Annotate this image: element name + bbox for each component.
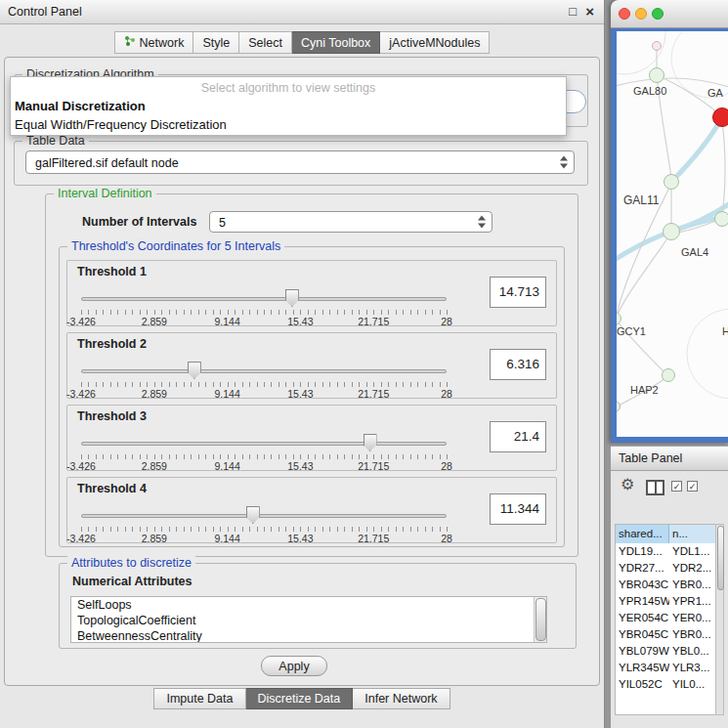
- close-traffic-light-icon[interactable]: [619, 8, 630, 20]
- cell[interactable]: YIL0...: [669, 676, 715, 693]
- control-panel: Control Panel □ × Network Style Select C…: [0, 0, 605, 728]
- slider-track[interactable]: [81, 442, 447, 446]
- tab-cyni-toolbox[interactable]: Cyni Toolbox: [292, 31, 380, 54]
- network-node-hap2[interactable]: [662, 368, 675, 382]
- cell[interactable]: YBR0...: [669, 626, 715, 643]
- slider-handle[interactable]: [246, 506, 260, 524]
- scale-tick-label: 15.43: [287, 316, 313, 327]
- network-node[interactable]: [652, 41, 662, 51]
- combobox-value: 5: [219, 212, 226, 234]
- combo-stepper-icon[interactable]: [560, 156, 569, 169]
- network-node-gal11[interactable]: [664, 174, 679, 190]
- slider-track[interactable]: [81, 297, 447, 301]
- cell[interactable]: YDL1...: [669, 543, 715, 560]
- cell[interactable]: YBR045C: [616, 626, 669, 643]
- threshold-4-value-field[interactable]: 11.344: [490, 493, 546, 525]
- cell[interactable]: YBL079W: [616, 643, 669, 660]
- table-row[interactable]: YBR045CYBR0...: [616, 626, 715, 643]
- slider-handle[interactable]: [285, 289, 299, 307]
- slider-ticks: [81, 382, 448, 387]
- table-row[interactable]: YIL052CYIL0...: [616, 676, 715, 693]
- threshold-label: Threshold 2: [77, 337, 147, 351]
- close-icon[interactable]: ×: [585, 0, 594, 23]
- table-row[interactable]: YLR345WYLR3...: [616, 660, 715, 676]
- threshold-2-value-field[interactable]: 6.316: [490, 349, 546, 380]
- threshold-1-slider[interactable]: -3.426 2.859 9.144 15.43 21.715 28: [81, 288, 447, 323]
- scrollbar-thumb[interactable]: [535, 598, 546, 641]
- cell[interactable]: YDR2...: [669, 560, 715, 577]
- tab-jactivemnodules[interactable]: jActiveMNodules: [380, 31, 490, 54]
- slider-track[interactable]: [81, 369, 447, 373]
- slider-handle[interactable]: [188, 362, 201, 379]
- network-node-gal80[interactable]: [649, 67, 664, 83]
- threshold-3-value-field[interactable]: 21.4: [490, 421, 546, 452]
- cell[interactable]: YER054C: [616, 610, 669, 626]
- network-canvas[interactable]: GAL80 GA GAL11 GAL4 GCY1 H HAP2: [617, 31, 728, 437]
- network-node-selected[interactable]: [712, 107, 728, 127]
- num-intervals-combobox[interactable]: 5: [209, 211, 492, 233]
- dropdown-option-manual-discretization[interactable]: Manual Discretization: [11, 97, 566, 115]
- combo-stepper-icon[interactable]: [478, 216, 487, 229]
- apply-button[interactable]: Apply: [261, 656, 327, 676]
- tab-network[interactable]: Network: [114, 31, 194, 54]
- list-item[interactable]: TopologicalCoefficient: [71, 613, 546, 628]
- network-node[interactable]: [714, 211, 728, 227]
- scale-tick-label: -3.426: [66, 316, 96, 327]
- float-window-icon[interactable]: □: [569, 0, 577, 23]
- column-header-shared[interactable]: shared...: [616, 525, 669, 543]
- cell[interactable]: YER0...: [669, 610, 715, 626]
- network-window-titlebar[interactable]: [611, 0, 728, 28]
- scale-tick-label: 2.859: [142, 460, 167, 472]
- checkbox-icon[interactable]: ✓: [671, 481, 682, 492]
- gear-icon[interactable]: ⚙: [621, 475, 634, 493]
- tab-discretize-data[interactable]: Discretize Data: [246, 688, 354, 709]
- scale-tick-label: 9.144: [214, 388, 239, 400]
- tab-style[interactable]: Style: [193, 31, 239, 54]
- list-scrollbar[interactable]: [534, 597, 546, 642]
- cell[interactable]: YPR145W: [616, 593, 669, 610]
- slider-handle[interactable]: [364, 434, 377, 451]
- combobox-value: galFiltered.sif default node: [35, 151, 179, 175]
- table-data-combobox[interactable]: galFiltered.sif default node: [25, 150, 575, 174]
- table-row[interactable]: YBL079WYBL0...: [616, 643, 715, 660]
- cell[interactable]: YDR27...: [616, 560, 669, 577]
- list-item[interactable]: BetweennessCentrality: [71, 628, 546, 643]
- slider-track[interactable]: [81, 514, 447, 518]
- table-panel-titlebar: Table Panel: [611, 446, 728, 471]
- cell[interactable]: YBL0...: [669, 643, 715, 660]
- table-row[interactable]: YDR27...YDR2...: [616, 560, 715, 577]
- threshold-2-slider[interactable]: -3.426 2.859 9.144 15.43 21.715 28: [81, 361, 447, 396]
- table-row[interactable]: YPR145WYPR1...: [616, 593, 715, 610]
- minimize-traffic-light-icon[interactable]: [635, 8, 647, 20]
- dropdown-option-equal-width-frequency[interactable]: Equal Width/Frequency Discretization: [11, 115, 566, 134]
- tab-impute-data[interactable]: Impute Data: [153, 688, 245, 709]
- network-node-gal4[interactable]: [663, 223, 680, 240]
- top-tab-bar: Network Style Select Cyni Toolbox jActiv…: [0, 31, 604, 54]
- cell[interactable]: YBR0...: [669, 577, 715, 593]
- table-row[interactable]: YER054CYER0...: [616, 610, 715, 626]
- column-header-name[interactable]: n...: [669, 525, 715, 543]
- threshold-1-value-field[interactable]: 14.713: [490, 277, 546, 308]
- threshold-3-slider[interactable]: -3.426 2.859 9.144 15.43 21.715 28: [81, 433, 447, 468]
- cell[interactable]: YDL19...: [616, 543, 669, 560]
- threshold-4-slider[interactable]: -3.426 2.859 9.144 15.43 21.715 28: [81, 505, 447, 540]
- table-scrollbar[interactable]: [715, 524, 724, 715]
- cell[interactable]: YBR043C: [616, 577, 669, 593]
- zoom-traffic-light-icon[interactable]: [652, 8, 664, 20]
- panel-title: Control Panel: [8, 0, 82, 23]
- cell[interactable]: YPR1...: [669, 593, 715, 610]
- cell[interactable]: YIL052C: [616, 676, 669, 693]
- table-panel: Table Panel ⚙ ✓ ✓ shared... n... YDL19..…: [611, 446, 728, 728]
- table-columns-icon[interactable]: [646, 480, 664, 495]
- cell[interactable]: YLR3...: [669, 660, 715, 676]
- cell[interactable]: YLR345W: [616, 660, 669, 676]
- list-item[interactable]: SelfLoops: [71, 597, 546, 613]
- tab-infer-network[interactable]: Infer Network: [353, 688, 450, 709]
- node-label: GA: [707, 87, 723, 99]
- scale-tick-label: 15.43: [287, 533, 313, 544]
- table-row[interactable]: YDL19...YDL1...: [616, 543, 715, 560]
- table-row[interactable]: YBR043CYBR0...: [616, 577, 715, 593]
- checkbox-icon[interactable]: ✓: [687, 481, 698, 492]
- tab-select[interactable]: Select: [239, 31, 292, 54]
- scrollbar-thumb[interactable]: [717, 526, 724, 590]
